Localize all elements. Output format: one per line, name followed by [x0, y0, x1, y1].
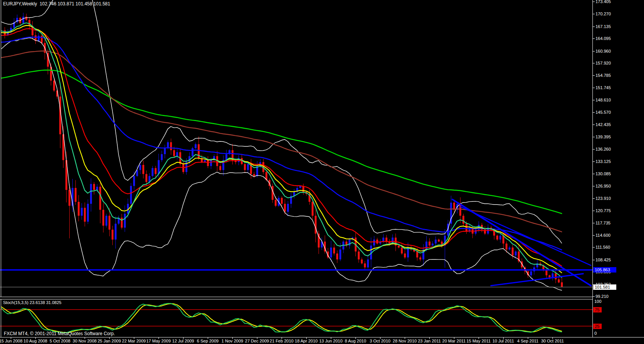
date-axis-label: 25 Jan 2009	[98, 339, 121, 343]
date-axis-label: 3 Oct 2010	[370, 339, 390, 343]
price-axis-label: 148.610	[596, 98, 611, 103]
date-axis-label: 17 May 2009	[146, 339, 171, 343]
price-axis-label: 130.085	[596, 171, 611, 176]
date-axis-label: 30 Nov 2008	[73, 339, 97, 343]
date-axis-label: 15 May 2011	[467, 339, 491, 343]
date-axis-label: 5 Oct 2008	[50, 339, 70, 343]
price-axis-tick	[593, 260, 595, 260]
current-price-label: 101.581	[593, 284, 616, 290]
price-axis-tick	[593, 75, 595, 76]
price-axis-label: 133.125	[596, 159, 611, 164]
price-axis-label: 108.425	[596, 258, 611, 263]
price-axis-label: 160.960	[596, 49, 611, 54]
date-axis-label: 21 Feb 2010	[270, 339, 294, 343]
chart-title-ohlc: EURJPY,Weekly 102.746 103.871 101.458 10…	[3, 1, 110, 7]
price-axis-label: 142.435	[596, 122, 611, 127]
stoch-axis-0: 0	[594, 331, 597, 336]
price-axis-tick	[593, 211, 595, 211]
price-axis-tick	[593, 63, 595, 63]
date-axis[interactable]: 15 Jun 200810 Aug 20085 Oct 200830 Nov 2…	[0, 337, 644, 344]
date-axis-label: 30 Oct 2011	[541, 339, 564, 343]
date-axis-label: 23 Jan 2011	[418, 339, 441, 343]
date-axis-label: 10 Aug 2008	[23, 339, 47, 343]
date-axis-label: 15 Jun 2008	[0, 339, 22, 343]
stoch-axis-100: 100	[594, 299, 601, 304]
date-axis-label: 12 Jul 2009	[172, 339, 194, 343]
date-axis-label: 20 Mar 2011	[442, 339, 466, 343]
price-axis-tick	[593, 247, 595, 248]
date-axis-separator	[0, 337, 644, 337]
price-axis-tick	[593, 51, 595, 52]
price-axis-tick	[593, 88, 595, 88]
price-axis-label: 151.745	[596, 85, 611, 90]
price-axis-tick	[593, 223, 595, 223]
price-axis-tick	[593, 137, 595, 137]
platform-copyright: FXCM MT4, © 2001-2011 MetaQuotes Softwar…	[4, 331, 115, 336]
price-axis-label: 145.570	[596, 110, 611, 115]
date-axis-label: 27 Dec 2009	[245, 339, 269, 343]
price-axis-tick	[593, 2, 595, 2]
price-axis-tick	[593, 174, 595, 174]
price-axis-tick	[593, 198, 595, 199]
main-chart-canvas[interactable]	[0, 0, 592, 299]
price-axis-label: 170.270	[596, 12, 611, 17]
date-axis-label: 18 Apr 2010	[295, 339, 317, 343]
price-axis-tick	[593, 112, 595, 113]
panel-splitter[interactable]	[0, 297, 592, 299]
date-axis-label: 13 Jun 2010	[319, 339, 343, 343]
stoch-level-25-label: 25	[593, 324, 602, 329]
price-axis-tick	[593, 125, 595, 125]
price-axis-tick	[593, 161, 595, 162]
price-axis-label: 117.735	[596, 221, 611, 226]
chart-left-border	[1, 0, 1, 337]
date-axis-label: 1 Nov 2009	[222, 339, 243, 343]
price-axis-label: 120.775	[596, 208, 611, 213]
price-axis-label: 114.600	[596, 233, 611, 238]
price-axis-tick	[593, 38, 595, 39]
price-axis-tick	[593, 149, 595, 150]
price-axis-tick	[593, 100, 595, 100]
price-axis-tick	[593, 27, 595, 27]
price-axis-label: 164.095	[596, 36, 611, 41]
price-axis-label: 139.395	[596, 135, 611, 140]
stoch-level-75-label: 75	[593, 307, 602, 312]
date-axis-label: 4 Sep 2011	[517, 339, 538, 343]
price-axis-tick	[593, 235, 595, 236]
price-axis[interactable]: 173.405170.270167.135164.095160.960157.9…	[592, 0, 644, 337]
chart-window: EURJPY,Weekly 102.746 103.871 101.458 10…	[0, 0, 644, 344]
date-axis-label: 6 Sep 2009	[197, 339, 219, 343]
price-axis-tick	[593, 296, 595, 297]
price-axis-label: 111.560	[596, 245, 610, 250]
price-axis-tick	[593, 14, 595, 14]
price-axis-label: 167.135	[596, 24, 611, 29]
date-axis-label: 10 Jul 2011	[492, 339, 514, 343]
date-axis-label: 28 Nov 2010	[393, 339, 417, 343]
stochastic-indicator-label: Stoch(15,3,5) 23.6138 31.0825	[3, 300, 62, 305]
price-axis-label: 126.950	[596, 184, 611, 189]
price-axis-label: 123.910	[596, 196, 611, 201]
hline-price-label: 105.863	[593, 267, 616, 273]
price-axis-tick	[593, 186, 595, 186]
price-axis-label: 173.405	[596, 0, 611, 4]
price-axis-label: 157.920	[596, 61, 611, 66]
date-axis-label: 22 Mar 2009	[122, 339, 146, 343]
price-axis-label: 99.210	[596, 294, 609, 299]
price-axis-label: 154.785	[596, 73, 611, 78]
price-axis-label: 136.260	[596, 147, 611, 152]
date-axis-label: 8 Aug 2010	[345, 339, 366, 343]
